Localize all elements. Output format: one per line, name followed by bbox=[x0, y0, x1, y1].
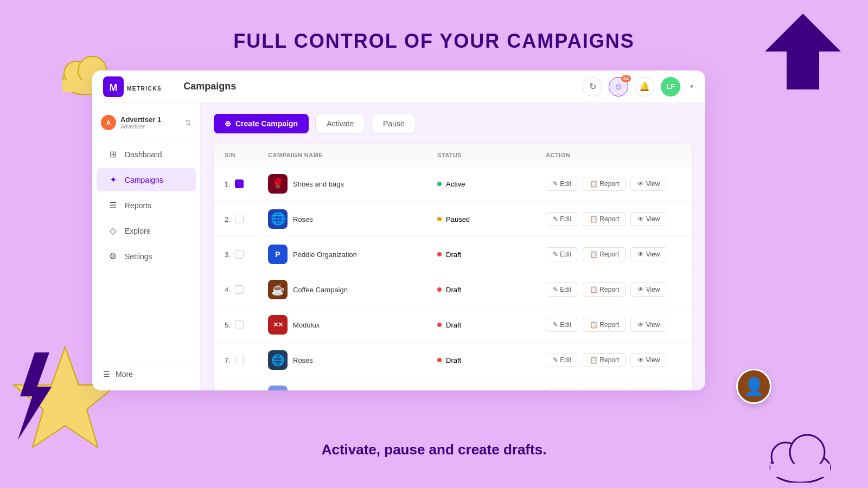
campaign-name-cell-3: P Peddle Organization bbox=[268, 245, 437, 264]
edit-button-4[interactable]: ✎ Edit bbox=[546, 282, 578, 297]
report-button-2[interactable]: 📋 Report bbox=[583, 212, 626, 226]
table-row: 2. 🌐 Roses Paused ✎ Edit 📋 Report 👁 View bbox=[214, 202, 692, 237]
campaign-name-cell-7: 🌐 Roses bbox=[268, 350, 437, 370]
view-button-1[interactable]: 👁 View bbox=[630, 177, 667, 191]
view-button-7[interactable]: 👁 View bbox=[630, 353, 667, 367]
sidebar-item-label-explore: Explore bbox=[125, 227, 150, 235]
sidebar-item-campaigns[interactable]: ✦ Campaigns bbox=[97, 168, 196, 191]
campaign-title-2: Roses bbox=[293, 215, 313, 223]
top-bar: M ~ METRICKS Campaigns ↻ ☺ 🔔 LF ▼ bbox=[92, 70, 705, 103]
view-button-2[interactable]: 👁 View bbox=[630, 212, 667, 226]
campaign-name-cell-8: P Minute bbox=[268, 386, 437, 390]
action-cell-2: ✎ Edit 📋 Report 👁 View bbox=[546, 212, 681, 226]
create-campaign-button[interactable]: ⊕ Create Campaign bbox=[214, 114, 309, 133]
sidebar-item-dashboard[interactable]: ⊞ Dashboard bbox=[97, 143, 196, 166]
campaign-thumb-2: 🌐 bbox=[268, 209, 288, 229]
status-cell-7: Draft bbox=[437, 356, 546, 364]
page-title: FULL CONTROL OF YOUR CAMPAIGNS bbox=[233, 30, 634, 53]
sidebar-item-settings[interactable]: ⚙ Settings bbox=[97, 245, 196, 268]
view-button-5[interactable]: 👁 View bbox=[630, 318, 667, 332]
pause-button[interactable]: Pause bbox=[372, 114, 416, 133]
campaign-title-5: Modulux bbox=[293, 321, 320, 329]
app-window: M ~ METRICKS Campaigns ↻ ☺ 🔔 LF ▼ A Adve bbox=[92, 70, 705, 390]
status-dot-7 bbox=[437, 358, 442, 362]
edit-button-1[interactable]: ✎ Edit bbox=[546, 177, 578, 191]
report-button-7[interactable]: 📋 Report bbox=[583, 353, 626, 367]
report-button-3[interactable]: 📋 Report bbox=[583, 247, 626, 261]
bottom-tagline: Activate, pause and create drafts. bbox=[322, 441, 547, 458]
report-button-5[interactable]: 📋 Report bbox=[583, 318, 626, 332]
row-checkbox-7[interactable] bbox=[235, 356, 244, 364]
activate-button[interactable]: Activate bbox=[315, 114, 365, 133]
campaign-name-cell-2: 🌐 Roses bbox=[268, 209, 437, 229]
bell-icon[interactable]: 🔔 bbox=[635, 77, 654, 97]
table-row: 5. ✕✕ Modulux Draft ✎ Edit 📋 Report 👁 Vi… bbox=[214, 307, 692, 343]
status-dot-5 bbox=[437, 323, 442, 327]
advertiser-name: Advertiser 1 bbox=[120, 115, 181, 124]
sort-icon[interactable]: ⇅ bbox=[185, 118, 192, 127]
row-checkbox-5[interactable] bbox=[235, 320, 244, 329]
campaign-thumb-3: P bbox=[268, 245, 288, 264]
advertiser-avatar: A bbox=[101, 115, 116, 130]
reports-icon: ☰ bbox=[107, 200, 118, 210]
row-checkbox-3[interactable] bbox=[235, 250, 244, 259]
sidebar-item-reports[interactable]: ☰ Reports bbox=[97, 194, 196, 217]
report-button-1[interactable]: 📋 Report bbox=[583, 177, 626, 191]
campaign-name-cell-5: ✕✕ Modulux bbox=[268, 315, 437, 335]
sidebar-item-label-campaigns: Campaigns bbox=[125, 176, 163, 184]
campaign-thumb-5: ✕✕ bbox=[268, 315, 288, 335]
svg-rect-10 bbox=[770, 464, 830, 477]
view-button-3[interactable]: 👁 View bbox=[630, 247, 667, 261]
table-row: 1. 🌹 Shoes and bags Active ✎ Edit 📋 Repo… bbox=[214, 166, 692, 202]
action-cell-7: ✎ Edit 📋 Report 👁 View bbox=[546, 353, 681, 367]
sidebar-item-explore[interactable]: ◇ Explore bbox=[97, 219, 196, 242]
main-layout: A Advertiser 1 Advertiser ⇅ ⊞ Dashboard … bbox=[92, 103, 705, 390]
settings-icon: ⚙ bbox=[107, 251, 118, 261]
col-header-name: CAMPAIGN NAME bbox=[268, 152, 437, 158]
row-number-3: 3. bbox=[225, 250, 268, 259]
sidebar-item-label-dashboard: Dashboard bbox=[125, 150, 162, 159]
campaign-title-3: Peddle Organization bbox=[293, 251, 357, 259]
campaign-thumb-7: 🌐 bbox=[268, 350, 288, 370]
more-button[interactable]: ☰ More bbox=[103, 370, 189, 378]
table-row: 4. ☕ Coffee Campaign Draft ✎ Edit 📋 Repo… bbox=[214, 272, 692, 307]
action-cell-5: ✎ Edit 📋 Report 👁 View bbox=[546, 318, 681, 332]
status-label-3: Draft bbox=[446, 251, 461, 259]
row-checkbox-1[interactable] bbox=[235, 179, 244, 188]
status-dot-2 bbox=[437, 217, 442, 221]
edit-button-2[interactable]: ✎ Edit bbox=[546, 212, 578, 226]
report-button-4[interactable]: 📋 Report bbox=[583, 282, 626, 297]
sidebar-bottom: ☰ More bbox=[92, 363, 200, 385]
edit-button-8[interactable]: ✎ Edit bbox=[546, 388, 578, 390]
explore-icon: ◇ bbox=[107, 226, 118, 236]
sidebar-item-label-reports: Reports bbox=[125, 201, 151, 210]
status-label-1: Active bbox=[446, 180, 465, 188]
chat-icon[interactable]: ☺ bbox=[609, 77, 628, 97]
status-dot-1 bbox=[437, 182, 442, 186]
campaign-thumb-4: ☕ bbox=[268, 280, 288, 299]
action-cell-8: ✎ Edit 📋 Report 👁 View bbox=[546, 388, 681, 390]
table-header: S/N CAMPAIGN NAME STATUS ACTION bbox=[214, 144, 692, 166]
logo-area: M ~ METRICKS bbox=[103, 76, 173, 97]
view-button-8[interactable]: 👁 View bbox=[630, 388, 667, 390]
row-checkbox-2[interactable] bbox=[235, 215, 244, 223]
row-checkbox-4[interactable] bbox=[235, 285, 244, 294]
edit-button-7[interactable]: ✎ Edit bbox=[546, 353, 578, 367]
user-avatar[interactable]: LF bbox=[661, 77, 680, 97]
table-row: 8. P Minute Draft ✎ Edit 📋 Report 👁 View bbox=[214, 378, 692, 390]
status-dot-4 bbox=[437, 287, 442, 292]
refresh-icon[interactable]: ↻ bbox=[583, 77, 602, 97]
table-row: 7. 🌐 Roses Draft ✎ Edit 📋 Report 👁 View bbox=[214, 343, 692, 378]
edit-button-5[interactable]: ✎ Edit bbox=[546, 318, 578, 332]
dashboard-icon: ⊞ bbox=[107, 149, 118, 159]
top-bar-right: ↻ ☺ 🔔 LF ▼ bbox=[583, 77, 694, 97]
action-cell-1: ✎ Edit 📋 Report 👁 View bbox=[546, 177, 681, 191]
view-button-4[interactable]: 👁 View bbox=[630, 282, 667, 297]
campaign-thumb-8: P bbox=[268, 386, 288, 390]
edit-button-3[interactable]: ✎ Edit bbox=[546, 247, 578, 261]
svg-text:M: M bbox=[110, 82, 118, 93]
chevron-down-icon[interactable]: ▼ bbox=[689, 84, 694, 89]
status-cell-1: Active bbox=[437, 180, 546, 188]
report-button-8[interactable]: 📋 Report bbox=[583, 388, 626, 390]
action-cell-3: ✎ Edit 📋 Report 👁 View bbox=[546, 247, 681, 261]
